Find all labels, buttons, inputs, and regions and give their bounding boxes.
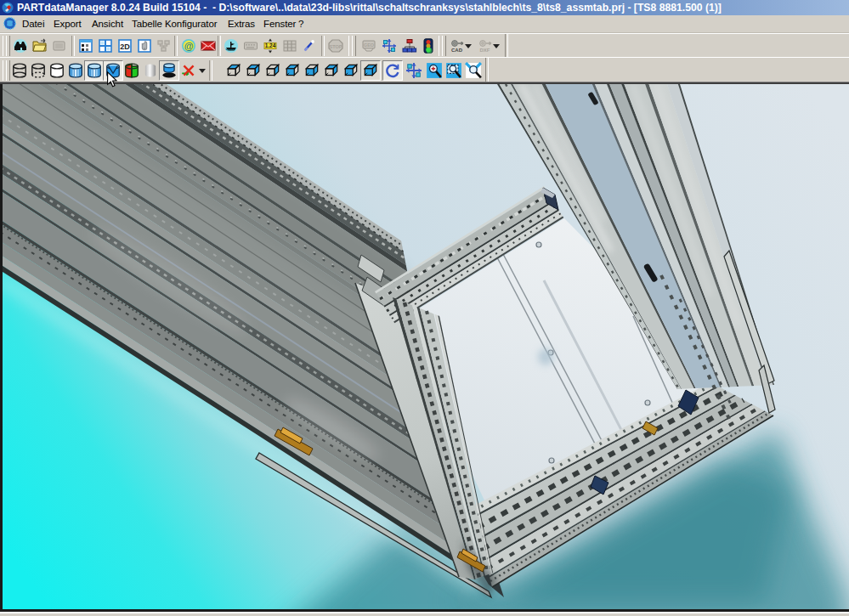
svg-text:GEO: GEO	[364, 42, 374, 48]
svg-text:DXF: DXF	[480, 48, 490, 53]
svg-text:1.24: 1.24	[265, 42, 276, 48]
svg-text:STOP: STOP	[329, 44, 342, 49]
svg-text:@: @	[184, 41, 194, 51]
svg-text:CAD: CAD	[451, 48, 463, 53]
svg-text:2D: 2D	[120, 42, 130, 51]
